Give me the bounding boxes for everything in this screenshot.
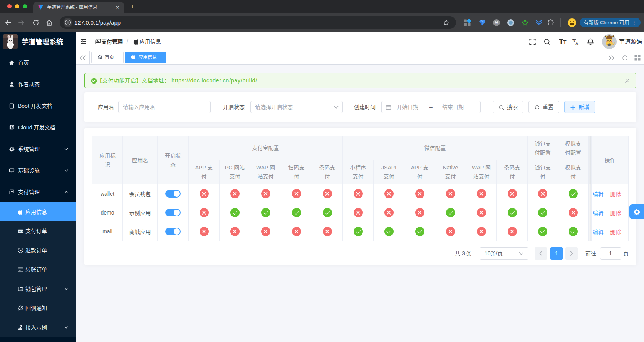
svg-text:PayPal: PayPal (18, 231, 23, 232)
svg-text:A: A (575, 41, 578, 45)
svg-text:R: R (20, 249, 22, 252)
svg-text:⌘: ⌘ (495, 21, 498, 25)
